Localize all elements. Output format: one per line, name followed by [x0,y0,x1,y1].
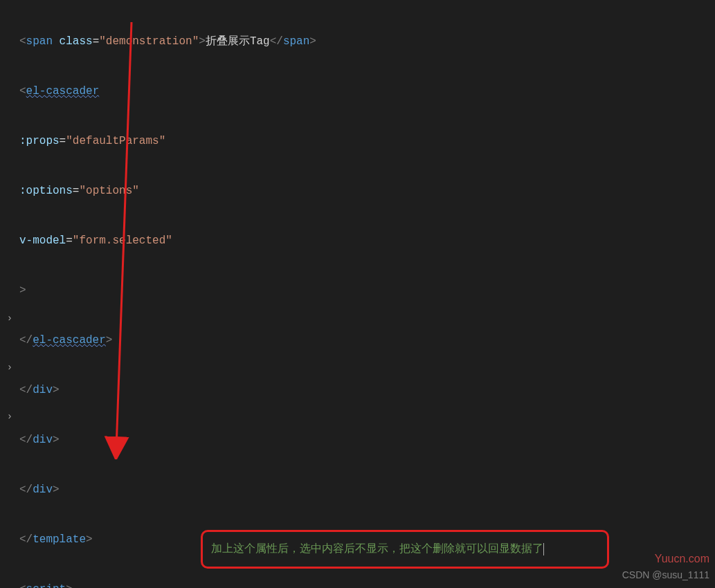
code-line: v-model="form.selected" [19,232,715,249]
annotation-callout: 加上这个属性后，选中内容后不显示，把这个删除就可以回显数据了 [201,530,609,569]
fold-icon[interactable]: › [7,360,12,375]
gutter: › › › [0,0,19,588]
code-line: :props="defaultParams" [19,133,715,149]
code-line: </div> [19,432,715,448]
code-line: </div> [19,382,715,398]
code-line: > [19,282,715,299]
fold-icon[interactable]: › [7,410,12,424]
code-line: <el-cascader [19,83,715,100]
code-line: <script> [19,581,715,588]
code-line: :options="options" [19,183,715,199]
watermark: CSDN @susu_1111 [622,568,709,582]
code-line: <span class="demonstration">折叠展示Tag</spa… [19,33,715,50]
callout-text: 加上这个属性后，选中内容后不显示，把这个删除就可以回显数据了 [211,541,543,558]
code-line: </el-cascader> [19,332,715,349]
fold-icon[interactable]: › [7,311,12,326]
code-editor[interactable]: › › › <span class="demonstration">折叠展示Ta… [0,0,715,588]
code-line: </div> [19,481,715,498]
watermark: Yuucn.com [655,551,709,567]
code-area[interactable]: <span class="demonstration">折叠展示Tag</spa… [19,0,715,588]
